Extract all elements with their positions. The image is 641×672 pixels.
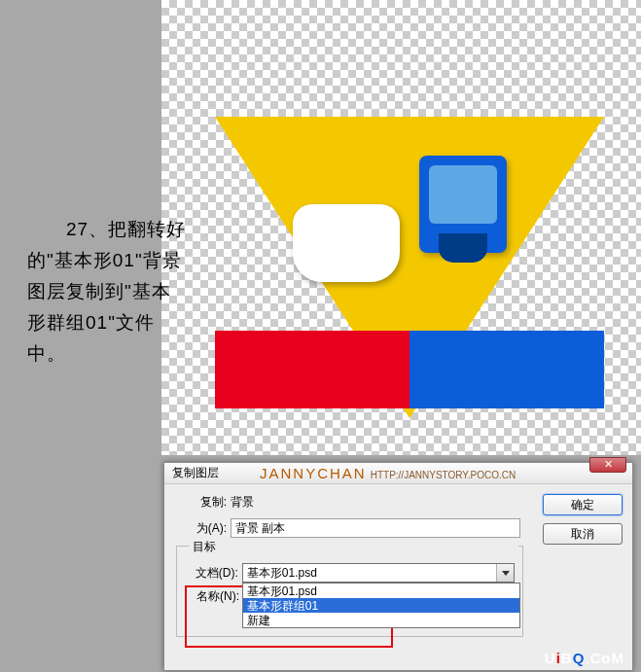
document-dropdown-list: 基本形01.psd 基本形群组01 新建 xyxy=(242,583,520,628)
document-dropdown-text: 基本形01.psd xyxy=(243,565,496,582)
copy-value: 背景 xyxy=(231,494,254,511)
dropdown-option[interactable]: 基本形01.psd xyxy=(243,584,519,598)
toy-scoop xyxy=(293,204,400,282)
uibq-watermark: UiBQ.CoM xyxy=(545,650,624,666)
jannychan-watermark: JANNYCHANHTTP://JANNYSTORY.POCO.CN xyxy=(260,465,516,481)
step-description: 27、把翻转好的"基本形01"背景图层复制到"基本形群组01"文件中。 xyxy=(27,214,188,370)
ok-button[interactable]: 确定 xyxy=(543,494,623,515)
dropdown-option[interactable]: 基本形群组01 xyxy=(243,598,519,613)
copy-label: 复制: xyxy=(176,494,231,511)
dialog-button-group: 确定 取消 xyxy=(543,494,623,552)
dialog-title-text: 复制图层 xyxy=(172,465,219,481)
close-icon[interactable]: ✕ xyxy=(589,457,626,473)
target-fieldset: 目标 文档(D): 基本形01.psd 基本形01.psd 基本形群组01 新建… xyxy=(176,546,523,637)
document-label: 文档(D): xyxy=(185,565,242,582)
target-legend: 目标 xyxy=(189,539,518,555)
dropdown-option[interactable]: 新建 xyxy=(243,613,519,627)
toy-cab xyxy=(419,156,507,253)
cancel-button[interactable]: 取消 xyxy=(543,523,623,545)
as-label: 为(A): xyxy=(176,520,231,537)
name-label: 名称(N): xyxy=(185,588,243,605)
duplicate-layer-dialog: 复制图层 JANNYCHANHTTP://JANNYSTORY.POCO.CN … xyxy=(163,462,633,671)
as-input[interactable] xyxy=(231,518,520,538)
dialog-titlebar[interactable]: 复制图层 JANNYCHANHTTP://JANNYSTORY.POCO.CN … xyxy=(164,463,632,484)
document-dropdown[interactable]: 基本形01.psd 基本形01.psd 基本形群组01 新建 xyxy=(242,563,515,583)
canvas-transparent-area xyxy=(161,0,641,455)
dialog-body: 确定 取消 复制: 背景 为(A): 目标 文档(D): 基本形01.psd 基… xyxy=(164,484,632,670)
chevron-down-icon[interactable] xyxy=(496,564,514,582)
toy-base xyxy=(215,331,604,408)
triangle-layer xyxy=(215,117,604,418)
